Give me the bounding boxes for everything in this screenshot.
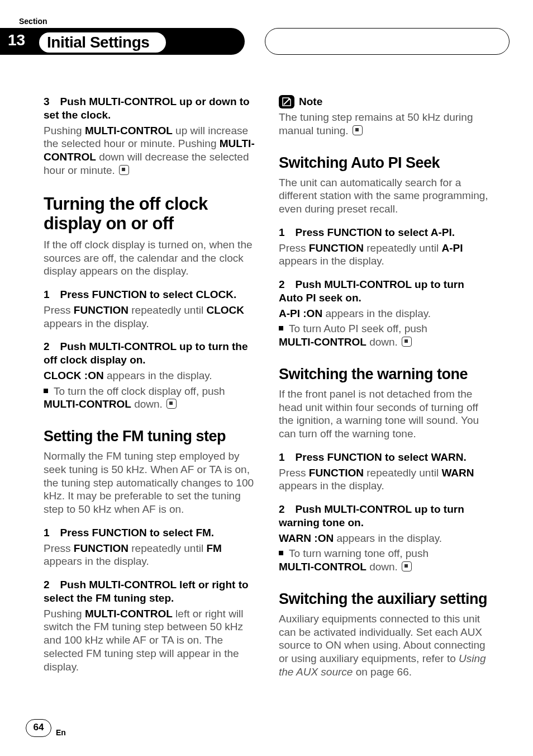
step-heading: 2 Push MULTI-CONTROL left or right to se…: [44, 578, 255, 605]
square-bullet-icon: [44, 389, 48, 393]
term-fm: FM: [206, 542, 221, 554]
body-text: MULTI-CONTROL down.: [44, 398, 255, 411]
text: repeatedly until: [129, 542, 206, 554]
end-mark-icon: [166, 399, 177, 409]
term-function: FUNCTION: [74, 304, 129, 316]
term-clock: CLOCK: [206, 304, 244, 316]
end-mark-icon: [353, 125, 363, 135]
bullet-item: To turn warning tone off, push: [279, 547, 491, 560]
square-bullet-icon: [279, 551, 283, 555]
chapter-tab: 13 Initial Settings: [0, 28, 245, 55]
text: Pushing: [44, 125, 85, 136]
text: appears in the display.: [44, 555, 149, 567]
body-text: Press FUNCTION repeatedly until FM appea…: [44, 542, 255, 569]
heading-warning-tone: Switching the warning tone: [279, 366, 491, 383]
text: appears in the display.: [322, 308, 431, 319]
text: repeatedly until: [364, 242, 441, 254]
text: on page 66.: [353, 666, 412, 678]
text: repeatedly until: [364, 467, 441, 479]
note-header: Note: [279, 95, 491, 108]
body-text: Pushing MULTI-CONTROL left or right will…: [44, 607, 255, 674]
term-clock-on: CLOCK :ON: [44, 370, 104, 381]
bullet-item: To turn Auto PI seek off, push: [279, 322, 491, 336]
section-label: Section: [19, 17, 47, 26]
body-text: If the off clock display is turned on, w…: [44, 238, 255, 278]
body-text: Press FUNCTION repeatedly until CLOCK ap…: [44, 304, 255, 330]
text: Press: [279, 242, 309, 254]
step-heading: 1 Press FUNCTION to select CLOCK.: [44, 288, 255, 301]
text: Press: [44, 542, 74, 554]
body-text: MULTI-CONTROL down.: [279, 336, 491, 349]
text: appears in the display.: [334, 532, 442, 544]
term-multi-control: MULTI-CONTROL: [279, 561, 367, 573]
body-text: WARN :ON appears in the display.: [279, 532, 491, 545]
step-heading: 1 Press FUNCTION to select A-PI.: [279, 226, 491, 239]
step-heading: 3 Push MULTI-CONTROL up or down to set t…: [44, 95, 255, 122]
note-icon: [279, 95, 294, 108]
right-column: Note The tuning step remains at 50 kHz d…: [279, 95, 491, 681]
term-multi-control: MULTI-CONTROL: [85, 608, 173, 620]
heading-off-clock: Turning the off clock display on or off: [44, 194, 255, 234]
chapter-title-wrap: Initial Settings: [39, 32, 166, 53]
term-function: FUNCTION: [309, 242, 364, 254]
bullet-text: To turn warning tone off, push: [289, 547, 429, 560]
term-warn-on: WARN :ON: [279, 532, 334, 544]
body-text: Press FUNCTION repeatedly until A-PI app…: [279, 242, 491, 268]
body-text: CLOCK :ON appears in the display.: [44, 369, 255, 382]
body-text: Normally the FM tuning step employed by …: [44, 450, 255, 516]
step-heading: 2 Push MULTI-CONTROL up to turn the off …: [44, 340, 255, 367]
heading-fm-step: Setting the FM tuning step: [44, 428, 255, 445]
text: Press: [279, 467, 309, 479]
end-mark-icon: [402, 561, 412, 571]
header-oval-right: [265, 28, 510, 55]
step-heading: 1 Press FUNCTION to select FM.: [44, 526, 255, 540]
square-bullet-icon: [279, 326, 283, 330]
term-function: FUNCTION: [74, 542, 129, 554]
text: appears in the display.: [279, 255, 384, 267]
end-mark-icon: [119, 165, 129, 175]
bullet-item: To turn the off clock display off, push: [44, 385, 255, 398]
language-label: En: [56, 728, 66, 737]
step-heading: 2 Push MULTI-CONTROL up to turn warning …: [279, 503, 491, 530]
header-tabs: 13 Initial Settings: [0, 28, 533, 57]
left-column: 3 Push MULTI-CONTROL up or down to set t…: [44, 95, 255, 681]
chapter-title: Initial Settings: [39, 32, 166, 53]
section-number: 13: [8, 31, 25, 49]
body-text: Pushing MULTI-CONTROL up will increase t…: [44, 124, 255, 177]
text: down.: [367, 561, 398, 573]
heading-aux-setting: Switching the auxiliary setting: [279, 590, 491, 608]
end-mark-icon: [402, 337, 412, 347]
page-number: 64: [26, 719, 51, 737]
text: The tuning step remains at 50 kHz during…: [279, 111, 473, 136]
text: appears in the display.: [104, 370, 212, 381]
text: Pushing: [44, 608, 85, 620]
body-text: Auxiliary equipments connected to this u…: [279, 612, 491, 679]
bullet-text: To turn the off clock display off, push: [54, 385, 225, 398]
body-text: If the front panel is not detached from …: [279, 388, 491, 441]
text: Auxiliary equipments connected to this u…: [279, 613, 486, 664]
text: Press: [44, 304, 74, 316]
body-text: A-PI :ON appears in the display.: [279, 307, 491, 320]
term-api: A-PI: [441, 242, 463, 254]
body-text: Press FUNCTION repeatedly until WARN app…: [279, 466, 491, 493]
term-function: FUNCTION: [309, 467, 364, 479]
note-text: The tuning step remains at 50 kHz during…: [279, 111, 491, 138]
term-multi-control: MULTI-CONTROL: [44, 398, 131, 410]
text: repeatedly until: [129, 304, 206, 316]
bullet-text: To turn Auto PI seek off, push: [289, 322, 427, 336]
step-heading: 1 Press FUNCTION to select WARN.: [279, 451, 491, 464]
body-text: The unit can automatically search for a …: [279, 176, 491, 216]
heading-auto-pi: Switching Auto PI Seek: [279, 154, 491, 172]
note-label: Note: [299, 95, 322, 108]
text: appears in the display.: [44, 318, 149, 329]
step-heading: 2 Push MULTI-CONTROL up to turn Auto PI …: [279, 278, 491, 305]
text: down.: [367, 336, 398, 348]
term-multi-control: MULTI-CONTROL: [279, 336, 367, 348]
term-api-on: A-PI :ON: [279, 308, 322, 319]
text: appears in the display.: [279, 480, 384, 492]
text: down.: [131, 398, 163, 410]
body-text: MULTI-CONTROL down.: [279, 560, 491, 574]
term-multi-control: MULTI-CONTROL: [85, 125, 173, 136]
term-warn: WARN: [441, 467, 474, 479]
